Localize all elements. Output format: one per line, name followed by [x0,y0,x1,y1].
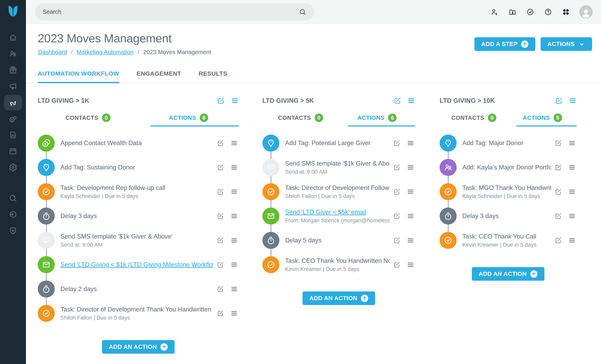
tab-contacts[interactable]: CONTACTS 0 [440,109,508,127]
action-menu-icon[interactable] [407,261,414,268]
action-menu-icon[interactable] [568,139,576,147]
contact-folder-icon[interactable] [508,8,517,16]
sidebar-item-reports[interactable] [4,127,22,143]
action-menu-icon[interactable] [230,285,238,293]
add-an-action-button[interactable]: ADD AN ACTION + [302,291,375,305]
edit-action-icon[interactable] [393,236,401,244]
sidebar-item-home[interactable] [4,30,22,46]
action-menu-icon[interactable] [407,139,414,147]
edit-action-icon[interactable] [217,164,224,171]
reports-icon [8,130,18,140]
plus-icon: + [530,270,538,278]
sidebar-item-automation[interactable] [4,95,22,110]
sidebar-item-contacts[interactable] [4,46,22,62]
edit-action-icon[interactable] [554,164,562,171]
column-tabs: CONTACTS 0 ACTIONS 8 [38,109,239,127]
workflow-action-item: Add Tag: Sustaining Donor [38,155,239,180]
sidebar-item-giving[interactable]: $ [4,111,22,127]
sidebar-item-import[interactable] [4,206,22,223]
action-menu-icon[interactable] [230,261,238,268]
edit-action-icon[interactable] [217,188,224,196]
edit-action-icon[interactable] [393,139,401,147]
tab-actions[interactable]: ACTIONS 5 [508,109,577,127]
search-input[interactable] [43,9,299,15]
step-menu-icon[interactable] [231,97,239,105]
tab-contacts[interactable]: CONTACTS 0 [262,109,339,127]
actions-button[interactable]: ACTIONS [541,37,592,51]
action-title-link[interactable]: Send 'LTD Giver < $5k' email [285,208,390,216]
sidebar-item-marketing[interactable] [4,78,22,94]
edit-step-icon[interactable] [393,97,401,105]
add-an-action-button[interactable]: ADD AN ACTION + [102,340,175,354]
sidebar-item-settings[interactable] [4,159,22,176]
action-menu-icon[interactable] [407,188,414,196]
edit-step-icon[interactable] [217,97,225,105]
action-menu-icon[interactable] [230,212,238,220]
edit-action-icon[interactable] [554,212,562,220]
edit-action-icon[interactable] [217,139,224,147]
tab-automation-workflow[interactable]: AUTOMATION WORKFLOW [38,70,119,83]
tab-actions[interactable]: ACTIONS 8 [138,109,239,127]
edit-action-icon[interactable] [217,236,224,244]
action-menu-icon[interactable] [407,212,414,220]
edit-action-icon[interactable] [393,188,401,196]
app-logo-icon[interactable] [8,5,18,18]
edit-action-icon[interactable] [554,188,562,196]
tab-engagement[interactable]: ENGAGEMENT [137,70,181,83]
add-an-action-button[interactable]: ADD AN ACTION + [472,267,544,281]
action-menu-icon[interactable] [568,212,576,220]
action-subtitle: Kayla Schneider | Due in 5 days [60,193,213,199]
action-title: Delay 2 days [60,285,213,293]
edit-action-icon[interactable] [393,261,401,268]
tab-results[interactable]: RESULTS [199,70,227,83]
edit-step-icon[interactable] [555,97,563,105]
edit-action-icon[interactable] [217,309,224,317]
edit-action-icon[interactable] [554,236,562,244]
tag-icon [262,135,280,152]
add-a-step-button[interactable]: ADD A STEP + [474,37,535,51]
action-title-link[interactable]: Send 'LTD Giving < $1k (LTD Giving Miles… [60,261,213,268]
workflow-action-item: $ Append Contact Wealth Data [38,131,239,155]
action-menu-icon[interactable] [568,164,576,171]
action-menu-icon[interactable] [230,164,238,171]
action-menu-icon[interactable] [230,236,238,244]
apps-icon[interactable] [562,8,570,16]
giving-icon: $ [8,114,18,123]
edit-action-icon[interactable] [217,261,224,268]
action-title: Send SMS template '$1k Giver & Above' [285,160,390,167]
help-icon[interactable] [544,8,552,16]
breadcrumb-item[interactable]: Marketing Automation [77,49,133,56]
sidebar-item-calendar[interactable] [4,143,22,159]
action-menu-icon[interactable] [568,236,576,244]
action-menu-icon[interactable] [230,309,238,317]
tab-actions[interactable]: ACTIONS 6 [339,109,415,127]
check-icon [38,305,55,322]
edit-action-icon[interactable] [393,164,401,171]
step-menu-icon[interactable] [407,97,415,105]
action-menu-icon[interactable] [407,236,414,244]
tab-contacts[interactable]: CONTACTS 0 [38,109,138,127]
import-icon [8,210,18,219]
action-menu-icon[interactable] [230,188,238,196]
sidebar-item-security[interactable] [4,223,22,239]
action-menu-icon[interactable] [230,139,238,147]
edit-action-icon[interactable] [393,212,401,220]
search-bar[interactable] [35,3,314,20]
sidebar-item-prospect-search[interactable] [4,190,22,206]
add-contact-icon[interactable] [490,8,499,16]
edit-action-icon[interactable] [217,212,224,220]
tasks-check-icon[interactable] [526,8,534,16]
workflow-action-item: Task: CEO Thank You Call Kevin Kreamer |… [440,228,577,253]
sidebar-item-gifts[interactable] [4,62,22,78]
action-menu-icon[interactable] [568,188,576,196]
avatar[interactable] [580,5,592,19]
edit-action-icon[interactable] [217,285,224,293]
search-icon[interactable] [299,8,307,16]
column-header: LTD GIVING > 5K [262,94,415,107]
actions-tab-label: ACTIONS [169,115,196,121]
action-menu-icon[interactable] [407,164,414,171]
breadcrumb-item[interactable]: Dashboard [38,49,67,56]
step-menu-icon[interactable] [569,97,577,105]
edit-action-icon[interactable] [554,139,562,147]
action-title: Task: MGO Thank You Handwritte... [462,184,551,192]
